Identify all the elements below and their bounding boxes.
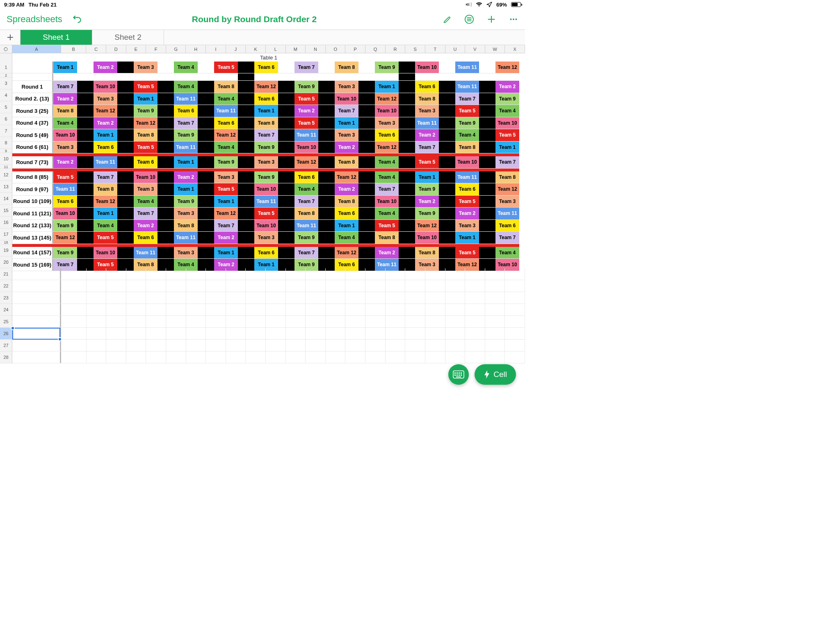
team-cell[interactable]: Team 9 (375, 62, 399, 73)
cell[interactable] (365, 352, 386, 363)
team-cell[interactable]: Team 6 (335, 208, 358, 219)
team-cell[interactable]: Team 7 (294, 62, 318, 73)
cell[interactable] (186, 304, 206, 315)
cell[interactable] (87, 328, 107, 339)
column-header-K[interactable]: K (246, 45, 266, 53)
team-cell[interactable]: Team 8 (94, 183, 117, 195)
team-cell[interactable]: Team 10 (415, 232, 439, 244)
column-header-R[interactable]: R (386, 45, 406, 53)
team-cell[interactable]: Team 5 (294, 117, 318, 129)
cell[interactable] (106, 268, 126, 280)
cell[interactable] (266, 280, 286, 292)
column-header-L[interactable]: L (266, 45, 286, 53)
cell[interactable] (306, 292, 326, 304)
team-cell[interactable]: Team 7 (134, 208, 158, 219)
cell[interactable] (286, 304, 306, 315)
column-header-S[interactable]: S (405, 45, 425, 53)
row-header-26[interactable]: 26 (0, 328, 12, 340)
team-cell[interactable]: Team 9 (214, 156, 238, 168)
team-cell[interactable]: Team 7 (495, 232, 519, 244)
cell[interactable] (166, 352, 186, 363)
cell[interactable] (246, 304, 266, 315)
cell[interactable] (126, 268, 146, 280)
row-header-9[interactable]: 9 (0, 149, 12, 153)
team-cell[interactable]: Team 12 (214, 208, 238, 219)
team-cell[interactable]: Team 12 (335, 171, 358, 183)
cell[interactable] (226, 268, 246, 280)
team-cell[interactable]: Team 8 (455, 142, 479, 153)
team-cell[interactable]: Team 12 (495, 183, 519, 195)
team-cell[interactable]: Team 3 (94, 93, 117, 105)
team-cell[interactable]: Team 11 (455, 171, 479, 183)
cell[interactable] (87, 268, 107, 280)
team-cell[interactable]: Team 4 (134, 196, 158, 208)
team-cell[interactable]: Team 5 (455, 105, 479, 117)
team-cell[interactable]: Team 11 (294, 220, 318, 232)
cell[interactable] (146, 328, 166, 339)
row-header-12[interactable]: 12 (0, 169, 12, 181)
team-cell[interactable]: Team 9 (294, 81, 318, 93)
team-cell[interactable]: Team 3 (455, 220, 479, 232)
column-header-G[interactable]: G (166, 45, 186, 53)
team-cell[interactable]: Team 9 (455, 117, 479, 129)
cell[interactable] (425, 280, 445, 292)
cell[interactable] (365, 304, 386, 315)
cell[interactable] (266, 352, 286, 363)
team-cell[interactable]: Team 12 (375, 93, 399, 105)
row-header-18[interactable]: 18 (0, 240, 12, 244)
team-cell[interactable]: Team 3 (415, 105, 439, 117)
cells-area[interactable]: Table 1 Team 1Team 2Team 3Team 4Team 5Te… (12, 53, 525, 363)
cell[interactable] (445, 316, 466, 327)
team-cell[interactable]: Team 1 (94, 129, 117, 141)
team-cell[interactable]: Team 2 (335, 183, 358, 195)
cell[interactable] (106, 328, 126, 339)
team-cell[interactable]: Team 7 (455, 93, 479, 105)
cell[interactable] (465, 340, 485, 351)
cell[interactable] (485, 328, 505, 339)
team-cell[interactable]: Team 9 (254, 171, 278, 183)
team-cell[interactable]: Team 6 (375, 129, 399, 141)
add-icon[interactable] (486, 14, 496, 24)
cell[interactable] (445, 304, 466, 315)
cell[interactable] (87, 352, 107, 363)
team-cell[interactable]: Team 2 (294, 105, 318, 117)
cell[interactable] (87, 316, 107, 327)
cell[interactable] (345, 328, 365, 339)
team-cell[interactable]: Team 9 (294, 232, 318, 244)
cell-fab[interactable]: Cell (475, 364, 516, 385)
cell[interactable] (306, 352, 326, 363)
cell[interactable] (166, 268, 186, 280)
cell[interactable] (505, 292, 525, 304)
cell[interactable] (425, 316, 445, 327)
column-header-M[interactable]: M (286, 45, 306, 53)
team-cell[interactable]: Team 7 (214, 220, 238, 232)
cell[interactable] (326, 316, 346, 327)
team-cell[interactable]: Team 8 (375, 232, 399, 244)
team-cell[interactable]: Team 3 (254, 232, 278, 244)
team-cell[interactable]: Team 7 (415, 142, 439, 153)
team-cell[interactable]: Team 1 (335, 220, 358, 232)
team-cell[interactable]: Team 10 (53, 208, 77, 219)
cell[interactable] (146, 280, 166, 292)
cell[interactable] (226, 304, 246, 315)
row-header-11[interactable]: 11 (0, 165, 12, 169)
row-header-24[interactable]: 24 (0, 304, 12, 316)
row-header-21[interactable]: 21 (0, 268, 12, 280)
team-cell[interactable]: Team 4 (335, 232, 358, 244)
team-cell[interactable]: Team 7 (294, 196, 318, 208)
team-cell[interactable]: Team 2 (174, 171, 198, 183)
cell[interactable] (365, 280, 386, 292)
cell[interactable] (326, 352, 346, 363)
cell[interactable] (166, 292, 186, 304)
cell[interactable] (386, 316, 406, 327)
column-header-N[interactable]: N (306, 45, 326, 53)
row-header-13[interactable]: 13 (0, 181, 12, 193)
cell[interactable] (106, 316, 126, 327)
team-cell[interactable]: Team 4 (375, 171, 399, 183)
column-header-A[interactable]: A (12, 45, 61, 53)
cell[interactable] (166, 340, 186, 351)
cell[interactable] (106, 292, 126, 304)
cell[interactable] (61, 304, 87, 315)
cell[interactable] (365, 268, 386, 280)
column-header-T[interactable]: T (425, 45, 445, 53)
